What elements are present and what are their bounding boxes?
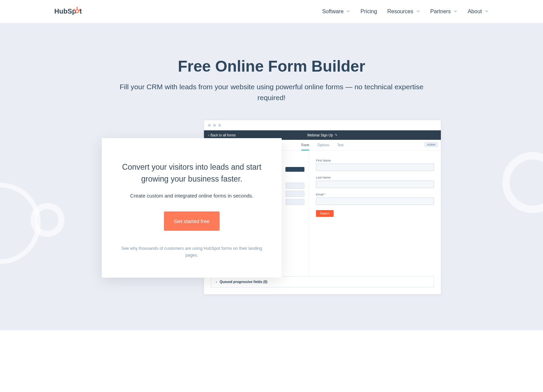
chevron-right-icon: › (216, 280, 217, 284)
nav-item-pricing[interactable]: Pricing (360, 8, 377, 15)
site-header: HubSp t Software Pricing Resources Partn… (0, 0, 543, 23)
nav-item-software[interactable]: Software (322, 8, 350, 15)
svg-text:HubSp: HubSp (54, 7, 76, 15)
svg-point-5 (76, 7, 78, 8)
tab-options[interactable]: Options (317, 143, 329, 150)
chevron-down-icon (453, 11, 457, 13)
text-input[interactable] (316, 164, 434, 171)
text-input[interactable] (316, 181, 434, 188)
form-submit-button[interactable]: Submit (316, 210, 334, 217)
cta-card: Convert your visitors into leads and sta… (102, 138, 282, 278)
hero-title: Free Online Form Builder (119, 57, 424, 75)
field-label: Last Name (316, 176, 434, 179)
nav-item-partners[interactable]: Partners (430, 8, 457, 15)
form-title[interactable]: Webinar Sign Up ✎ (307, 133, 337, 137)
browser-chrome (204, 120, 441, 130)
action-button[interactable]: Action (424, 142, 438, 147)
hero-section: Free Online Form Builder Fill your CRM w… (0, 23, 543, 330)
svg-point-1 (76, 10, 79, 13)
form-title-text: Webinar Sign Up (307, 133, 333, 137)
decorative-circle (502, 152, 543, 213)
svg-point-6 (73, 9, 75, 10)
field-label: First Name (316, 159, 434, 162)
back-to-forms-link[interactable]: ‹ Back to all forms (208, 133, 236, 137)
form-field-first-name[interactable]: First Name (316, 159, 434, 171)
form-field-last-name[interactable]: Last Name (316, 176, 434, 188)
chevron-down-icon (346, 11, 350, 13)
window-dot (208, 124, 211, 127)
text-input[interactable] (316, 198, 434, 205)
tab-form[interactable]: Form (301, 143, 309, 150)
form-canvas: First Name Last Name Email * Submit (309, 151, 441, 276)
nav-label: Software (322, 8, 343, 15)
nav-item-resources[interactable]: Resources (387, 8, 420, 15)
get-started-button[interactable]: Get started free (164, 211, 220, 231)
palette-item[interactable] (285, 191, 304, 197)
chevron-down-icon (416, 11, 420, 13)
queued-label: Queued progressive fields (0) (220, 280, 267, 284)
cta-footnote: See why thousands of customers are using… (118, 245, 265, 259)
tab-test[interactable]: Test (337, 143, 343, 150)
window-dot (218, 124, 221, 127)
decorative-circle (31, 203, 64, 237)
cta-subheading: Create custom and integrated online form… (118, 193, 265, 199)
back-label: Back to all forms (210, 133, 236, 137)
chevron-down-icon (485, 11, 489, 13)
nav-label: Partners (430, 8, 451, 15)
nav-item-about[interactable]: About (468, 8, 489, 15)
hero-subtitle: Fill your CRM with leads from your websi… (119, 81, 424, 103)
palette-item[interactable] (285, 199, 304, 205)
main-nav: Software Pricing Resources Partners Abou… (322, 8, 489, 15)
chevron-left-icon: ‹ (208, 133, 209, 137)
nav-label: Resources (387, 8, 413, 15)
queued-fields-bar[interactable]: › Queued progressive fields (0) (211, 276, 434, 287)
pencil-icon: ✎ (335, 133, 338, 137)
palette-item[interactable] (285, 167, 304, 172)
hubspot-logo[interactable]: HubSp t (54, 7, 88, 16)
palette-item[interactable] (285, 183, 304, 189)
nav-label: About (468, 8, 482, 15)
nav-label: Pricing (360, 8, 377, 15)
cta-heading: Convert your visitors into leads and sta… (118, 161, 265, 185)
field-label: Email * (316, 193, 434, 196)
form-field-email[interactable]: Email * (316, 193, 434, 205)
svg-text:t: t (80, 7, 82, 15)
window-dot (213, 124, 216, 127)
